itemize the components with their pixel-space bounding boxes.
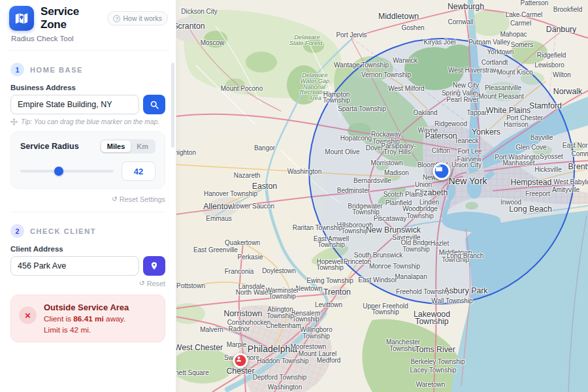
drag-tip-text: Tip: You can drag the blue marker on the… [21, 118, 159, 125]
location-pin-icon [150, 261, 159, 270]
search-icon [150, 100, 159, 110]
step-1-badge: 1 [10, 63, 24, 76]
business-address-input[interactable] [10, 95, 139, 114]
reset-icon: ↺ [112, 195, 118, 203]
client-address-label: Client Address [10, 245, 165, 253]
client-address-input[interactable] [10, 256, 139, 276]
map-canvas[interactable]: Dickson CityScrantonMoscowMount PoconoLe… [176, 0, 588, 392]
client-marker[interactable] [233, 353, 248, 368]
app-subtitle: Radius Check Tool [11, 35, 168, 42]
reset-settings-label: Reset Settings [120, 195, 165, 203]
map-icon [14, 11, 29, 25]
section-title-check-client: CHECK CLIENT [30, 227, 96, 235]
reset-icon: ↺ [139, 279, 145, 287]
sidebar-scrollbar[interactable] [171, 63, 174, 148]
divider [10, 212, 165, 212]
radius-slider-thumb[interactable] [54, 167, 63, 176]
unit-toggle: Miles Km [100, 139, 155, 154]
reset-client-link[interactable]: ↺ Reset [139, 279, 165, 287]
service-radius-card: Service Radius Miles Km 42 [10, 131, 165, 189]
search-button[interactable] [143, 95, 165, 114]
locate-client-button[interactable] [143, 256, 165, 276]
distance-value: 86.41 mi [73, 314, 104, 323]
step-2-badge: 2 [10, 224, 24, 238]
person-icon [235, 355, 243, 363]
radius-slider-track[interactable] [20, 170, 114, 172]
how-it-works-label: How it works [123, 14, 162, 22]
sidebar: Service Zone ? How it works Radius Check… [0, 0, 176, 392]
section-title-home-base: HOME BASE [30, 66, 83, 74]
business-address-label: Business Address [10, 84, 165, 91]
service-radius-label: Service Radius [20, 142, 79, 151]
briefcase-icon [435, 165, 444, 173]
alert-limit-line: Limit is 42 mi. [44, 325, 129, 335]
reset-settings-link[interactable]: ↺ Reset Settings [112, 195, 165, 203]
map-tiles [176, 0, 588, 392]
outside-area-alert: × Outside Service Area Client is 86.41 m… [10, 295, 165, 342]
alert-distance-line: Client is 86.41 mi away. [44, 314, 129, 323]
app-logo [9, 6, 34, 31]
home-marker[interactable] [433, 163, 451, 180]
app-title: Service Zone [41, 5, 107, 31]
unit-miles-option[interactable]: Miles [101, 140, 131, 152]
radius-value-box[interactable]: 42 [122, 161, 155, 181]
error-x-icon: × [19, 306, 37, 324]
question-icon: ? [113, 15, 120, 22]
how-it-works-button[interactable]: ? How it works [107, 11, 168, 25]
move-icon [10, 118, 18, 125]
divider [9, 50, 168, 51]
service-zone-app: Service Zone ? How it works Radius Check… [0, 0, 588, 392]
alert-title: Outside Service Area [44, 302, 129, 312]
reset-client-label: Reset [147, 280, 165, 287]
unit-km-option[interactable]: Km [131, 140, 154, 152]
